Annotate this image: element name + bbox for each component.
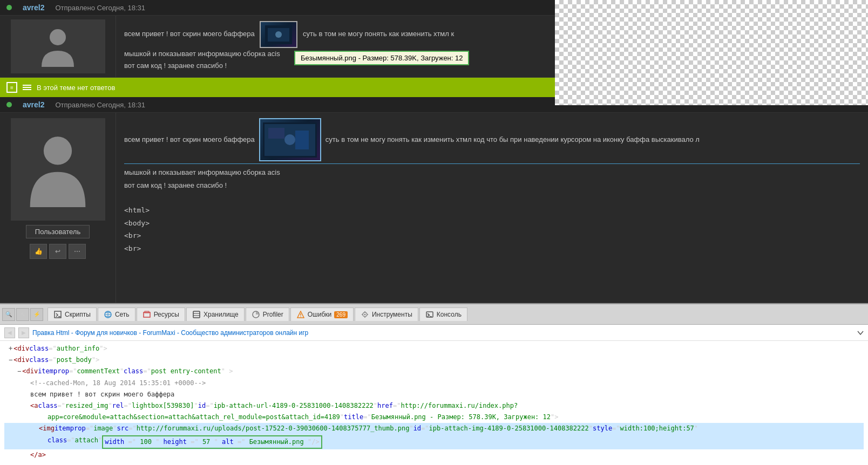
profiler-icon — [252, 310, 260, 319]
html-tree-panel: + <div class =" author_info "> − <div cl… — [0, 341, 868, 465]
chevron-down-icon — [857, 331, 864, 335]
tab-storage[interactable]: Хранилище — [186, 307, 245, 321]
devtools-tab-bar: 🔍 ↖ ⚡ Скрипты — [0, 304, 868, 325]
tab-network[interactable]: Сеть — [98, 307, 135, 321]
post2-text3: мышкой и показывает информацию сборка ac… — [124, 166, 860, 179]
post2-text2: суть в том не могу понять как изменить х… — [326, 133, 700, 146]
console-icon — [425, 310, 434, 319]
tab-scripts-label: Скрипты — [65, 311, 91, 318]
tree-line-href-cont: app=core&module=attach&section=attach&at… — [4, 412, 864, 423]
post1-text2: суть в том не могу понять как изменить х… — [303, 30, 454, 38]
tab-console-label: Консоль — [437, 311, 462, 318]
post2-text1: всем привет ! вот скрин моего баффера — [124, 133, 255, 146]
storage-icon — [192, 310, 201, 319]
post2-thumb[interactable] — [259, 118, 321, 161]
tree-line-text: всем привет ! вот скрин моего баффера — [4, 389, 864, 400]
post2-online-indicator — [6, 102, 12, 107]
post2-divider — [124, 163, 860, 164]
svg-point-3 — [275, 31, 282, 38]
svg-point-8 — [284, 134, 295, 145]
post2-line1: всем привет ! вот скрин моего баффера су… — [124, 118, 860, 161]
tab-storage-label: Хранилище — [204, 311, 239, 318]
code-br2: <br> — [124, 242, 860, 255]
avatar-silhouette-icon — [39, 26, 77, 67]
post2-body: Пользователь 👍 ↩ ⋯ всем привет ! вот скр… — [0, 113, 868, 303]
tree-line-post-body: − <div class =" post_body "> — [4, 354, 864, 366]
scripts-icon — [53, 310, 62, 319]
post2-time: Отправлено Сегодня, 18:31 — [55, 101, 145, 109]
tree-line-comment-text: − <div itemprop =" commentText " class =… — [4, 366, 864, 377]
post2-action-buttons: 👍 ↩ ⋯ — [30, 244, 86, 259]
tab-network-label: Сеть — [115, 311, 130, 318]
breadcrumb-text[interactable]: Правка Html - Форум для новичков - Forum… — [32, 329, 308, 337]
tree-line-author-info: + <div class =" author_info "> — [4, 343, 864, 354]
svg-rect-9 — [295, 131, 309, 149]
breadcrumb-bar: ◀ ▶ Правка Html - Форум для новичков - F… — [0, 325, 868, 341]
post1-time: Отправлено Сегодня, 18:31 — [55, 4, 145, 12]
tree-line-comment: <!--cached-Mon, 18 Aug 2014 15:35:01 +00… — [4, 378, 864, 389]
code-html: <html> — [124, 204, 860, 216]
tooltip-text: Безымянный.png - Размер: 578.39K, Загруж… — [301, 54, 463, 62]
post2-username: avrel2 — [23, 100, 44, 109]
tab-tools[interactable]: Инструменты — [355, 307, 418, 321]
network-icon — [104, 310, 112, 319]
tab-console[interactable]: Консоль — [419, 307, 467, 321]
breadcrumb-back-button[interactable]: ◀ — [4, 327, 15, 338]
resources-icon — [143, 310, 151, 319]
tab-resources[interactable]: Ресурсы — [137, 307, 185, 321]
tools-icon — [361, 310, 369, 319]
bar-lines-icon — [23, 85, 31, 90]
svg-point-23 — [300, 316, 301, 317]
devtools-select-button[interactable]: ↖ — [16, 308, 29, 321]
post1-text1: всем привет ! вот скрин моего баффера — [124, 30, 255, 38]
post1-avatar — [11, 19, 105, 73]
tree-line-a-tag: <a class =" resized_img " rel =" lightbo… — [4, 400, 864, 412]
tree-line-close-a: </a> — [4, 449, 864, 461]
reply-button[interactable]: ↩ — [49, 244, 66, 259]
tab-errors-label: Ошибки — [308, 311, 332, 318]
svg-rect-7 — [268, 128, 284, 139]
post2-text4: вот сам код ! заранее спасибо ! — [124, 179, 860, 192]
avatar-silhouette2-icon — [25, 132, 90, 207]
no-replies-text: В этой теме нет ответов — [37, 84, 115, 92]
tab-profiler-label: Profiler — [263, 311, 283, 318]
devtools-left-controls: 🔍 ↖ ⚡ — [2, 308, 43, 321]
highlighted-attrs: width =" 100 " height =" 57 " alt =" Без… — [102, 435, 322, 449]
tab-profiler[interactable]: Profiler — [246, 307, 289, 321]
devtools-inspect-button[interactable]: 🔍 — [2, 308, 15, 321]
bar-icon: ≡ — [6, 82, 17, 93]
transparent-area — [555, 0, 868, 105]
tab-errors[interactable]: Ошибки 269 — [290, 307, 354, 321]
like-button[interactable]: 👍 — [30, 244, 47, 259]
tab-resources-label: Ресурсы — [154, 311, 179, 318]
attachment-tooltip: Безымянный.png - Размер: 578.39K, Загруж… — [294, 51, 469, 65]
breadcrumb-forward-button[interactable]: ▶ — [18, 327, 29, 338]
svg-point-0 — [50, 29, 66, 45]
post1-text4: вот сам код ! заранее спасибо ! — [124, 61, 227, 70]
code-body: <body> — [124, 217, 860, 229]
post1-thumb-sm[interactable] — [260, 21, 297, 48]
errors-icon — [296, 310, 305, 319]
tree-toggle-comment[interactable]: − — [17, 366, 21, 377]
devtools-panel: 🔍 ↖ ⚡ Скрипты — [0, 303, 868, 465]
tree-toggle-post-body[interactable]: − — [9, 355, 12, 365]
more-button[interactable]: ⋯ — [69, 244, 86, 259]
post2-content: всем привет ! вот скрин моего баффера су… — [116, 113, 868, 303]
thumb-image-icon — [265, 25, 292, 44]
post2-avatar — [11, 118, 105, 221]
tree-toggle-author[interactable]: + — [9, 344, 12, 354]
breadcrumb-dropdown-button[interactable] — [857, 329, 864, 337]
thumb2-image-icon — [263, 122, 317, 158]
post1-username: avrel2 — [23, 3, 44, 12]
tree-line-img-selected[interactable]: <img itemprop =" image " src =" http://f… — [4, 423, 864, 434]
code-br1: <br> — [124, 229, 860, 242]
devtools-lightning-button[interactable]: ⚡ — [30, 308, 43, 321]
errors-badge: 269 — [334, 311, 348, 318]
svg-point-4 — [44, 137, 72, 165]
tab-scripts[interactable]: Скрипты — [48, 307, 97, 321]
post1-avatar-cell — [0, 16, 116, 77]
user-role-badge: Пользователь — [26, 225, 90, 238]
tree-line-img-attrs[interactable]: class =" attach " width =" 100 " height … — [4, 435, 864, 449]
errors-badge-text: 269 — [336, 312, 345, 318]
online-indicator — [6, 5, 12, 10]
